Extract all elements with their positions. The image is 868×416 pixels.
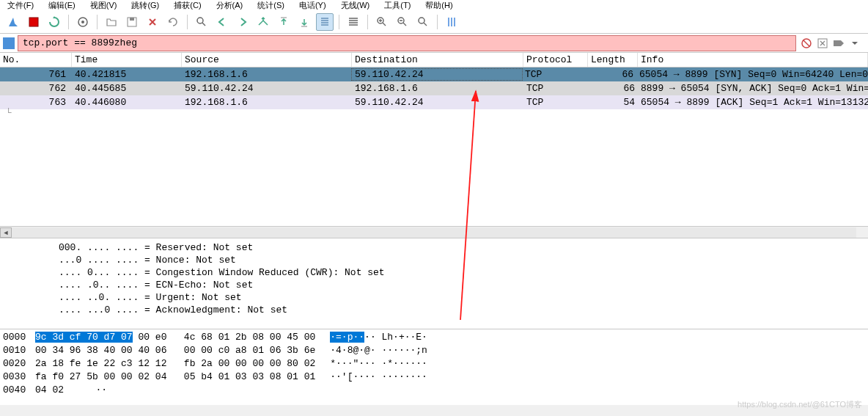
autoscroll-icon[interactable] [316,13,334,31]
hex-ascii: ·· [95,384,107,397]
next-icon[interactable] [234,13,251,31]
menu-wireless[interactable]: 无线(W) [341,0,370,10]
toolbar [0,10,868,34]
display-filter-input[interactable] [18,35,796,51]
hex-row[interactable]: 001000 34 96 38 40 00 40 06 00 00 c0 a8 … [3,344,865,357]
cell-destination: 192.168.1.6 [352,83,523,94]
cell-info: 8899 → 65054 [SYN, ACK] Seq=0 Ack=1 Win=… [638,83,868,94]
svg-point-2 [81,21,84,23]
filter-bar [0,34,868,53]
menu-tools[interactable]: 工具(T) [384,0,411,10]
hex-offset: 0000 [3,331,35,344]
shark-fin-icon[interactable] [4,13,22,31]
detail-line[interactable]: .... ..0. .... = Urgent: Not set [0,291,868,304]
scroll-track[interactable] [12,227,856,238]
cell-info: 65054 → 8899 [SYN] Seq=0 Win=64240 Len=0… [636,69,868,80]
menu-telephony[interactable]: 电话(Y) [299,0,326,10]
detail-line[interactable]: .... ...0 .... = Acknowledgment: Not set [0,304,868,316]
hex-bytes: 2a 18 fe 1e 22 c3 12 12 fb 2a 00 00 00 0… [35,358,315,369]
detail-line[interactable]: 000. .... .... = Reserved: Not set [0,241,868,254]
cell-length: 54 [588,97,638,108]
col-protocol[interactable]: Protocol [523,53,588,67]
separator [339,15,339,29]
separator [437,15,438,29]
hex-row[interactable]: 0030fa f0 27 5b 00 00 02 04 05 b4 01 03 … [3,371,865,384]
col-no[interactable]: No. [0,53,72,67]
cell-no: 763 [0,97,72,108]
options-icon[interactable] [74,13,92,31]
filter-dropdown-icon[interactable] [847,36,862,51]
packet-list-header: No. Time Source Destination Protocol Len… [0,53,868,67]
goto-packet-icon[interactable] [254,13,272,31]
cell-source: 192.168.1.6 [182,97,352,108]
cell-info: 65054 → 8899 [ACK] Seq=1 Ack=1 Win=13132… [638,97,868,108]
hex-ascii: ·=·p···· Lh·+··E· [330,331,427,344]
separator [187,15,188,29]
svg-rect-4 [130,18,134,21]
open-icon[interactable] [103,13,120,31]
hex-bytes: fa f0 27 5b 00 00 02 04 05 b4 01 03 03 0… [35,371,315,382]
hex-bytes: 00 34 96 38 40 00 40 06 00 00 c0 a8 01 0… [35,345,315,356]
table-row[interactable]: 76140.421815192.168.1.659.110.42.24TCP66… [0,67,868,81]
col-time[interactable]: Time [72,53,182,67]
packet-list-pane: No. Time Source Destination Protocol Len… [0,53,868,226]
hex-offset: 0040 [3,384,35,397]
col-length[interactable]: Length [588,53,638,67]
detail-line[interactable]: .... .0.. .... = ECN-Echo: Not set [0,279,868,291]
packet-details-pane[interactable]: 000. .... .... = Reserved: Not set...0 .… [0,238,868,329]
menu-help[interactable]: 帮助(H) [425,0,452,10]
resize-columns-icon[interactable] [443,13,460,31]
cell-no: 762 [0,83,72,94]
menu-goto[interactable]: 跳转(G) [131,0,159,10]
menu-capture[interactable]: 捕获(C) [174,0,201,10]
zoom-out-icon[interactable] [394,13,411,31]
menu-stats[interactable]: 统计(S) [257,0,284,10]
packet-bytes-pane[interactable]: 00009c 3d cf 70 d7 07 00 e0 4c 68 01 2b … [0,329,868,405]
prev-icon[interactable] [213,13,231,31]
menu-view[interactable]: 视图(V) [90,0,117,10]
restart-capture-icon[interactable] [45,13,63,31]
hex-offset: 0030 [3,371,35,384]
h-scrollbar[interactable]: ◄ ► [0,226,868,238]
clear-filter-icon[interactable] [799,36,814,51]
menu-edit[interactable]: 编辑(E) [48,0,76,10]
col-source[interactable]: Source [182,53,352,67]
go-last-icon[interactable] [295,13,313,31]
cell-length: 66 [588,83,638,94]
apply-filter-icon[interactable] [831,36,846,51]
reload-icon[interactable] [164,13,182,31]
col-destination[interactable]: Destination [352,53,523,67]
detail-line[interactable]: ...0 .... .... = Nonce: Not set [0,254,868,266]
find-icon[interactable] [193,13,210,31]
colorize-icon[interactable] [345,13,362,31]
separator [68,15,69,29]
cell-time: 40.445685 [72,83,182,94]
packet-list-body[interactable]: 76140.421815192.168.1.659.110.42.24TCP66… [0,67,868,226]
hex-row[interactable]: 00009c 3d cf 70 d7 07 00 e0 4c 68 01 2b … [3,331,865,344]
watermark: https://blog.csdn.net/@61CTO博客 [738,399,862,410]
cell-protocol: TCP [522,69,586,80]
table-row[interactable]: 76340.446080192.168.1.659.110.42.24TCP54… [0,95,868,109]
cell-protocol: TCP [523,97,588,108]
menu-file[interactable]: 文件(F) [7,0,34,10]
hex-row[interactable]: 004004 02 ·· [3,384,865,397]
hex-bytes: 04 02 [35,384,81,395]
zoom-in-icon[interactable] [373,13,391,31]
col-info[interactable]: Info [638,53,868,67]
separator [97,15,98,29]
bookmark-icon[interactable] [3,37,15,49]
table-row[interactable]: 76240.44568559.110.42.24192.168.1.6TCP66… [0,81,868,95]
go-first-icon[interactable] [275,13,293,31]
cancel-filter-icon[interactable] [815,36,830,51]
close-icon[interactable] [144,13,161,31]
svg-point-8 [419,18,424,23]
scroll-left-icon[interactable]: ◄ [0,227,12,238]
hex-ascii: *···"··· ·*······ [330,357,427,371]
zoom-reset-icon[interactable] [414,13,432,31]
hex-row[interactable]: 00202a 18 fe 1e 22 c3 12 12 fb 2a 00 00 … [3,357,865,371]
menu-analyze[interactable]: 分析(A) [216,0,243,10]
save-icon[interactable] [123,13,141,31]
detail-line[interactable]: .... 0... .... = Congestion Window Reduc… [0,266,868,279]
stop-capture-icon[interactable] [25,13,43,31]
cell-destination: 59.110.42.24 [351,68,523,81]
